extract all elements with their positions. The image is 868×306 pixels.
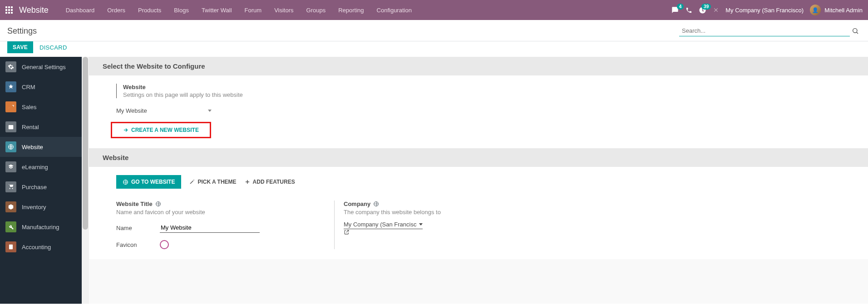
add-features-label: ADD FEATURES	[253, 179, 295, 185]
menu-forum[interactable]: Forum	[238, 7, 268, 14]
sidebar-item-label: Website	[22, 144, 43, 150]
box-icon	[5, 201, 16, 212]
sidebar-item-accounting[interactable]: Accounting	[0, 237, 82, 257]
name-label: Name	[116, 225, 160, 231]
calculator-icon	[5, 241, 16, 252]
sidebar-item-label: Manufacturing	[22, 224, 59, 231]
search-wrap	[679, 25, 861, 36]
menu-dashboard[interactable]: Dashboard	[59, 7, 101, 14]
sidebar-item-crm[interactable]: CRM	[0, 77, 82, 97]
user-menu[interactable]: 👤 Mitchell Admin	[810, 5, 863, 15]
name-input[interactable]	[160, 223, 260, 233]
globe-icon	[123, 179, 128, 185]
pick-theme-button[interactable]: PICK A THEME	[189, 179, 236, 185]
arrow-right-icon	[123, 127, 128, 133]
wrench-icon	[5, 221, 16, 232]
messages-badge: 4	[677, 4, 684, 10]
menu-configuration[interactable]: Configuration	[370, 7, 418, 14]
create-website-label: CREATE A NEW WEBSITE	[131, 127, 199, 133]
close-icon[interactable]	[713, 7, 719, 13]
save-button[interactable]: SAVE	[7, 41, 33, 53]
company-label: Company	[344, 201, 370, 207]
search-button[interactable]	[850, 25, 861, 36]
sidebar-item-rental[interactable]: Rental	[0, 117, 82, 137]
search-input[interactable]	[679, 25, 850, 36]
company-selector[interactable]: My Company (San Francisco)	[725, 7, 804, 14]
navbar-right: 4 39 My Company (San Francisco) 👤 Mitche…	[671, 5, 863, 15]
website-selected-value: My Website	[116, 107, 147, 114]
settings-content: Select the Website to Configure Website …	[89, 57, 868, 304]
main-menu: Dashboard Orders Products Blogs Twitter …	[59, 7, 418, 14]
sidebar-item-sales[interactable]: Sales	[0, 97, 82, 117]
sidebar-item-inventory[interactable]: Inventory	[0, 197, 82, 217]
discard-button[interactable]: DISCARD	[39, 44, 67, 51]
menu-products[interactable]: Products	[132, 7, 168, 14]
pick-theme-label: PICK A THEME	[197, 179, 236, 185]
sidebar-item-website[interactable]: Website	[0, 137, 82, 157]
activities-icon[interactable]: 39	[699, 6, 706, 14]
sidebar-item-general-settings[interactable]: General Settings	[0, 57, 82, 77]
create-website-highlight: CREATE A NEW WEBSITE	[111, 122, 211, 138]
col-website-title: Website Title Name and favicon of your w…	[116, 201, 334, 249]
go-to-website-label: GO TO WEBSITE	[131, 179, 175, 185]
apps-icon[interactable]	[5, 6, 13, 14]
main-area: General Settings CRM Sales Rental Websit…	[0, 57, 868, 304]
go-to-website-button[interactable]: GO TO WEBSITE	[116, 175, 181, 189]
page-title: Settings	[7, 25, 37, 36]
sidebar-item-elearning[interactable]: eLearning	[0, 157, 82, 177]
messages-icon[interactable]: 4	[671, 6, 679, 14]
globe-icon	[155, 201, 161, 207]
top-navbar: Website Dashboard Orders Products Blogs …	[0, 0, 868, 20]
brand-title[interactable]: Website	[19, 5, 49, 15]
sidebar-item-label: Rental	[22, 124, 39, 130]
sidebar-item-manufacturing[interactable]: Manufacturing	[0, 217, 82, 237]
sidebar-scrollbar[interactable]	[82, 57, 89, 304]
globe-icon	[5, 141, 16, 152]
phone-icon[interactable]	[686, 7, 692, 14]
chart-icon	[5, 101, 16, 112]
gear-icon	[5, 61, 16, 72]
pencil-icon	[189, 179, 195, 185]
sidebar-item-label: Purchase	[22, 184, 47, 191]
website-actions: GO TO WEBSITE PICK A THEME ADD FEATURES	[116, 175, 868, 189]
menu-blogs[interactable]: Blogs	[168, 7, 195, 14]
sidebar-item-label: Inventory	[22, 204, 46, 211]
add-features-button[interactable]: ADD FEATURES	[245, 179, 295, 185]
sidebar-item-label: CRM	[22, 84, 35, 90]
svg-point-0	[853, 29, 857, 33]
sidebar-item-label: Sales	[22, 104, 37, 110]
menu-orders[interactable]: Orders	[101, 7, 132, 14]
menu-reporting[interactable]: Reporting	[332, 7, 370, 14]
website-title-label: Website Title	[116, 201, 153, 207]
favicon-upload[interactable]	[160, 240, 169, 249]
sidebar-item-purchase[interactable]: Purchase	[0, 177, 82, 197]
menu-twitter-wall[interactable]: Twitter Wall	[195, 7, 238, 14]
scrollbar-thumb[interactable]	[83, 57, 88, 230]
graduation-icon	[5, 161, 16, 172]
menu-visitors[interactable]: Visitors	[268, 7, 300, 14]
control-panel: Settings	[0, 20, 868, 41]
sidebar-item-label: General Settings	[22, 64, 66, 70]
settings-sidebar: General Settings CRM Sales Rental Websit…	[0, 57, 82, 304]
user-name: Mitchell Admin	[824, 7, 863, 14]
globe-icon	[373, 201, 379, 207]
svg-rect-1	[9, 125, 14, 129]
favicon-label: Favicon	[116, 241, 160, 248]
calendar-icon	[5, 121, 16, 132]
chevron-down-icon	[208, 110, 212, 112]
sidebar-item-label: eLearning	[22, 164, 48, 171]
sidebar-item-label: Accounting	[22, 244, 51, 251]
website-field-desc: Settings on this page will apply to this…	[123, 91, 868, 98]
create-website-button[interactable]: CREATE A NEW WEBSITE	[123, 127, 199, 133]
website-select[interactable]: My Website	[116, 105, 212, 116]
chevron-down-icon	[419, 223, 423, 226]
company-value: My Company (San Francisc	[344, 221, 416, 228]
company-desc: The company this website belongs to	[344, 209, 543, 216]
avatar: 👤	[810, 5, 821, 15]
section-body-select: Website Settings on this page will apply…	[89, 75, 868, 148]
external-link-icon[interactable]	[344, 229, 543, 235]
activities-badge: 39	[701, 4, 711, 10]
menu-groups[interactable]: Groups	[300, 7, 332, 14]
handshake-icon	[5, 81, 16, 92]
company-select[interactable]: My Company (San Francisc	[344, 220, 423, 229]
